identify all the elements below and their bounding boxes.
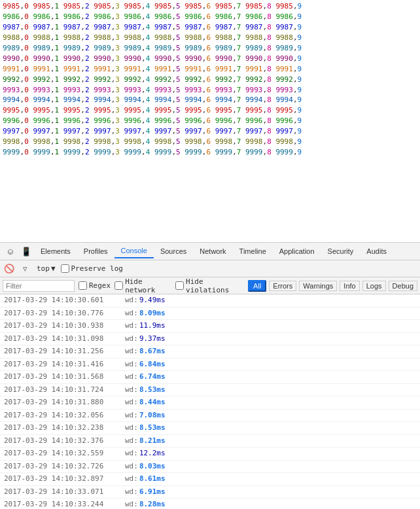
log-label: wd: bbox=[125, 436, 138, 447]
log-timestamp: 2017-03-29 14:10:31.880 bbox=[4, 397, 125, 408]
code-line: 9997,0 9997,1 9997,2 9997,3 9997,4 9997,… bbox=[3, 126, 417, 137]
log-row: 2017-03-29 14:10:31.098 wd: 9.37ms bbox=[0, 333, 420, 346]
log-value: 8.28ms bbox=[139, 499, 166, 509]
log-timestamp: 2017-03-29 14:10:31.256 bbox=[4, 346, 125, 357]
code-line: 9996,0 9996,1 9996,2 9996,3 9996,4 9996,… bbox=[3, 116, 417, 126]
tab-profiles[interactable]: Profiles bbox=[77, 245, 114, 258]
log-timestamp: 2017-03-29 14:10:30.938 bbox=[4, 321, 125, 332]
level-btn-debug[interactable]: Debug bbox=[389, 281, 417, 291]
log-value: 8.03ms bbox=[139, 461, 166, 472]
all-levels-button[interactable]: All bbox=[248, 280, 266, 292]
context-label: top bbox=[37, 264, 50, 273]
log-label: wd: bbox=[125, 359, 138, 370]
console-toolbar: 🚫 ▿ top ▼ Preserve log bbox=[0, 260, 420, 277]
log-label: wd: bbox=[125, 295, 138, 306]
code-line: 9992,0 9992,1 9992,2 9992,3 9992,4 9992,… bbox=[3, 75, 417, 85]
log-row: 2017-03-29 14:10:31.568 wd: 6.74ms bbox=[0, 371, 420, 384]
log-label: wd: bbox=[125, 423, 138, 434]
log-timestamp: 2017-03-29 14:10:30.601 bbox=[4, 295, 125, 306]
tab-audits[interactable]: Audits bbox=[360, 245, 393, 258]
tab-console[interactable]: Console bbox=[114, 244, 154, 258]
code-output-area: 9985,0 9985,1 9985,2 9985,3 9985,4 9985,… bbox=[0, 0, 420, 242]
regex-checkbox[interactable] bbox=[79, 281, 87, 290]
level-btn-logs[interactable]: Logs bbox=[362, 281, 386, 291]
log-value: 8.09ms bbox=[139, 308, 166, 319]
hide-network-checkbox[interactable] bbox=[114, 281, 123, 290]
log-row: 2017-03-29 14:10:30.601 wd: 9.49ms bbox=[0, 294, 420, 307]
log-label: wd: bbox=[125, 487, 138, 498]
regex-option[interactable]: Regex bbox=[79, 281, 111, 290]
log-label: wd: bbox=[125, 385, 138, 396]
dock-icon[interactable]: ⎉ bbox=[3, 243, 18, 259]
code-line: 9999,0 9999,1 9999,2 9999,3 9999,4 9999,… bbox=[3, 147, 417, 158]
filter-input[interactable] bbox=[3, 280, 75, 292]
log-value: 8.53ms bbox=[139, 385, 166, 396]
level-btn-warnings[interactable]: Warnings bbox=[299, 281, 337, 291]
log-label: wd: bbox=[125, 308, 138, 319]
hide-violations-label: Hide violations bbox=[186, 277, 244, 294]
log-value: 9.49ms bbox=[139, 295, 166, 306]
context-dropdown-icon: ▼ bbox=[51, 264, 56, 273]
log-row: 2017-03-29 14:10:31.416 wd: 6.84ms bbox=[0, 359, 420, 372]
code-line: 9985,0 9985,1 9985,2 9985,3 9985,4 9985,… bbox=[3, 1, 417, 12]
clear-console-icon[interactable]: 🚫 bbox=[3, 262, 16, 275]
hide-violations-checkbox[interactable] bbox=[175, 281, 184, 290]
log-timestamp: 2017-03-29 14:10:33.244 bbox=[4, 499, 125, 509]
level-filter-buttons: All ErrorsWarningsInfoLogsDebug bbox=[248, 280, 417, 292]
log-row: 2017-03-29 14:10:33.244 wd: 8.28ms bbox=[0, 499, 420, 509]
code-line: 9990,0 9990,1 9990,2 9990,3 9990,4 9990,… bbox=[3, 54, 417, 64]
log-label: wd: bbox=[125, 474, 138, 485]
log-value: 8.53ms bbox=[139, 423, 166, 434]
log-value: 11.9ms bbox=[139, 321, 166, 332]
devtools-tab-bar: ⎉ 📱 ElementsProfilesConsoleSourcesNetwor… bbox=[0, 242, 420, 260]
log-timestamp: 2017-03-29 14:10:31.568 bbox=[4, 372, 125, 383]
log-label: wd: bbox=[125, 410, 138, 421]
log-label: wd: bbox=[125, 346, 138, 357]
tab-network[interactable]: Network bbox=[193, 245, 232, 258]
mobile-icon[interactable]: 📱 bbox=[18, 243, 34, 259]
tab-application[interactable]: Application bbox=[273, 245, 321, 258]
preserve-log-checkbox[interactable] bbox=[61, 264, 69, 273]
log-timestamp: 2017-03-29 14:10:32.897 bbox=[4, 474, 125, 485]
log-timestamp: 2017-03-29 14:10:32.238 bbox=[4, 423, 125, 434]
log-value: 8.21ms bbox=[139, 436, 166, 447]
log-label: wd: bbox=[125, 499, 138, 509]
log-value: 6.74ms bbox=[139, 372, 166, 383]
log-value: 8.61ms bbox=[139, 474, 166, 485]
log-row: 2017-03-29 14:10:32.376 wd: 8.21ms bbox=[0, 435, 420, 448]
log-value: 8.67ms bbox=[139, 346, 166, 357]
code-line: 9988,0 9988,1 9988,2 9988,3 9988,4 9988,… bbox=[3, 33, 417, 43]
log-timestamp: 2017-03-29 14:10:32.056 bbox=[4, 410, 125, 421]
regex-label: Regex bbox=[89, 281, 111, 290]
filter-icon[interactable]: ▿ bbox=[18, 262, 31, 275]
level-btn-errors[interactable]: Errors bbox=[269, 281, 296, 291]
log-timestamp: 2017-03-29 14:10:31.098 bbox=[4, 334, 125, 345]
log-row: 2017-03-29 14:10:31.724 wd: 8.53ms bbox=[0, 384, 420, 397]
log-timestamp: 2017-03-29 14:10:32.726 bbox=[4, 461, 125, 472]
log-row: 2017-03-29 14:10:33.071 wd: 6.91ms bbox=[0, 486, 420, 499]
tab-elements[interactable]: Elements bbox=[34, 245, 77, 258]
preserve-log-label[interactable]: Preserve log bbox=[61, 264, 123, 273]
context-selector[interactable]: top ▼ bbox=[34, 264, 58, 273]
log-value: 8.44ms bbox=[139, 397, 166, 408]
log-value: 7.08ms bbox=[139, 410, 166, 421]
log-row: 2017-03-29 14:10:30.938 wd: 11.9ms bbox=[0, 320, 420, 333]
log-value: 12.2ms bbox=[139, 448, 166, 459]
log-value: 6.84ms bbox=[139, 359, 166, 370]
code-line: 9993,0 9993,1 9993,2 9993,3 9993,4 9993,… bbox=[3, 85, 417, 96]
tab-sources[interactable]: Sources bbox=[154, 245, 193, 258]
log-timestamp: 2017-03-29 14:10:30.776 bbox=[4, 308, 125, 319]
log-label: wd: bbox=[125, 448, 138, 459]
hide-network-option[interactable]: Hide network bbox=[114, 277, 171, 294]
code-line: 9987,0 9987,1 9987,2 9987,3 9987,4 9987,… bbox=[3, 22, 417, 33]
log-row: 2017-03-29 14:10:32.897 wd: 8.61ms bbox=[0, 473, 420, 486]
console-log-area: 2017-03-29 14:10:30.601 wd: 9.49ms2017-0… bbox=[0, 294, 420, 509]
tab-security[interactable]: Security bbox=[321, 245, 360, 258]
code-line: 9998,0 9998,1 9998,2 9998,3 9998,4 9998,… bbox=[3, 137, 417, 147]
tab-timeline[interactable]: Timeline bbox=[233, 245, 273, 258]
level-btn-info[interactable]: Info bbox=[340, 281, 359, 291]
hide-violations-option[interactable]: Hide violations bbox=[175, 277, 244, 294]
log-label: wd: bbox=[125, 321, 138, 332]
log-timestamp: 2017-03-29 14:10:31.724 bbox=[4, 385, 125, 396]
code-line: 9989,0 9989,1 9989,2 9989,3 9989,4 9989,… bbox=[3, 43, 417, 54]
